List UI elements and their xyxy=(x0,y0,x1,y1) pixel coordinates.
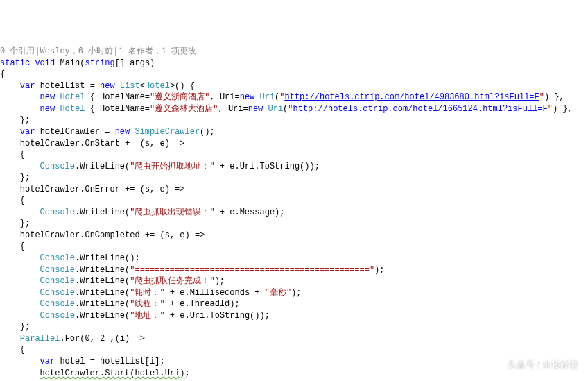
keyword-static: static xyxy=(0,58,30,68)
codelens-info: 0 个引用|Wesley，6 小时前|1 名作者，1 项更改 xyxy=(0,46,196,56)
watermark-text: 头条号 / 全栈解密 xyxy=(508,359,578,371)
method-name: Main xyxy=(60,58,80,68)
code-editor: 0 个引用|Wesley，6 小时前|1 名作者，1 项更改 static vo… xyxy=(0,46,588,381)
keyword-void: void xyxy=(35,58,55,68)
url-link[interactable]: http://hotels.ctrip.com/hotel/1665124.ht… xyxy=(293,104,548,114)
url-link[interactable]: http://hotels.ctrip.com/hotel/4983680.ht… xyxy=(285,92,539,102)
code-hint: hotelCrawler.Start(hotel.Uri) xyxy=(40,369,185,378)
keyword-string: string xyxy=(85,58,114,68)
